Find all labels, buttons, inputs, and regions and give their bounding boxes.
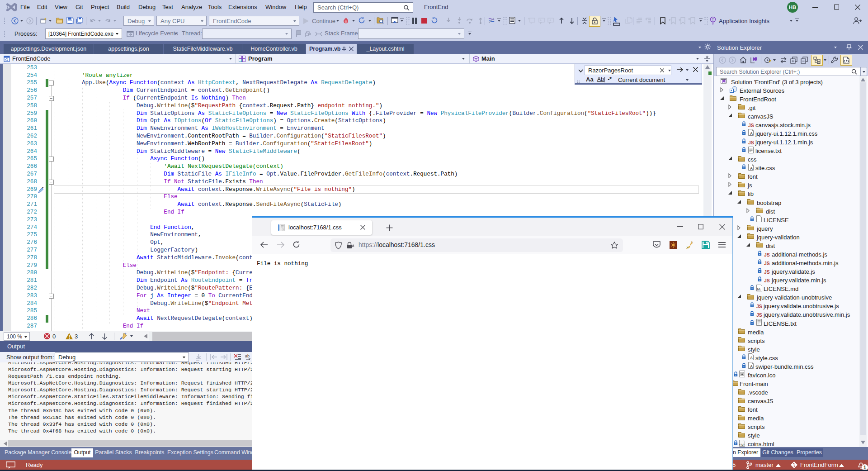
svg-text:<o>: <o> — [740, 442, 745, 447]
svg-text:A: A — [750, 364, 753, 369]
svg-text:A: A — [750, 166, 753, 170]
svg-text:A: A — [750, 131, 753, 136]
svg-text:ab: ab — [245, 354, 250, 358]
svg-text:A: A — [750, 356, 753, 360]
svg-text:M↓: M↓ — [757, 287, 762, 291]
